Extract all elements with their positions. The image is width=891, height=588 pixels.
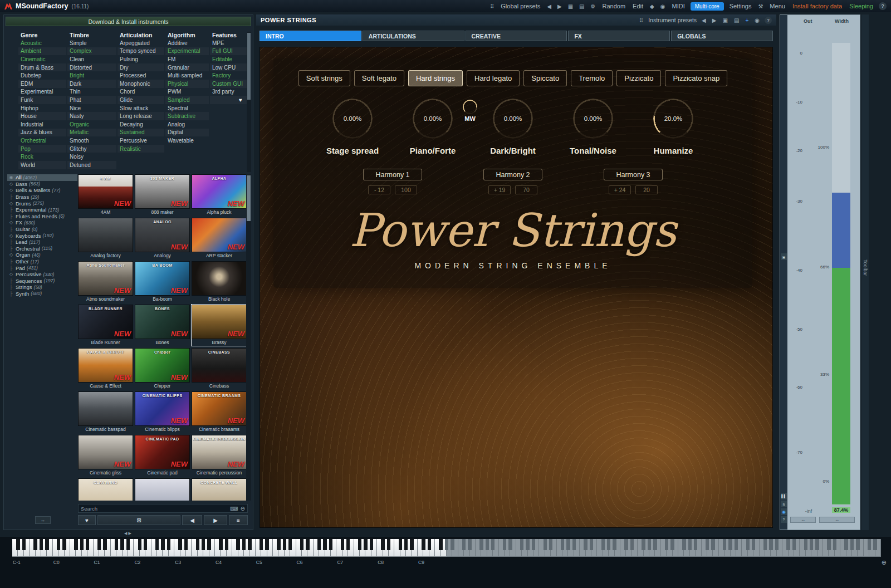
piano-black-key[interactable] (584, 539, 587, 550)
filter-item[interactable]: Chord (118, 88, 164, 96)
instrument-card[interactable]: BONES NEW Bones (135, 305, 190, 346)
piano-black-key[interactable] (184, 539, 188, 550)
prev-preset-icon[interactable]: ◀ (546, 3, 552, 10)
filter-item[interactable]: Dry (118, 63, 164, 72)
articulation-button[interactable]: Pizzicato (616, 70, 661, 86)
filter-item[interactable]: Sampled (165, 96, 209, 104)
menu-button[interactable]: Menu (768, 2, 787, 10)
instrument-card[interactable]: ANALOG NEW Analogy (135, 218, 190, 259)
piano-black-key[interactable] (711, 539, 714, 550)
instrument-thumbnail[interactable]: NEW (78, 435, 133, 469)
filter-item[interactable]: Custom GUI (210, 80, 247, 88)
piano-black-key[interactable] (236, 539, 239, 550)
filter-item[interactable]: Dark (67, 80, 116, 88)
eye-icon[interactable]: ◉ (753, 17, 761, 23)
meter-help-icon[interactable]: ? (781, 516, 787, 523)
next-instrument-preset-icon[interactable]: ▶ (711, 17, 718, 23)
filter-item[interactable]: Percussive (118, 136, 164, 145)
piano-black-key[interactable] (624, 539, 628, 550)
filter-item[interactable]: Factory (210, 71, 247, 80)
filter-item[interactable]: FM (165, 55, 209, 63)
filter-item[interactable]: Cinematic (18, 55, 66, 63)
filter-item[interactable]: Noisy (67, 153, 116, 161)
piano-black-key[interactable] (207, 539, 210, 550)
instrument-card[interactable]: NEW Brassy (192, 305, 247, 346)
piano-black-key[interactable] (682, 539, 686, 550)
filter-item[interactable]: Experimental (165, 47, 209, 56)
filter-item[interactable]: Slow attack (118, 104, 164, 112)
articulation-button[interactable]: Tremolo (571, 70, 613, 86)
filter-item[interactable]: Simple (67, 39, 116, 47)
piano-black-key[interactable] (503, 539, 506, 550)
instrument-tab[interactable]: CREATIVE (466, 31, 567, 41)
wrench-icon[interactable]: ⚒ (757, 3, 764, 10)
piano-black-key[interactable] (74, 539, 77, 550)
instrument-thumbnail[interactable]: NEW (192, 305, 247, 339)
instrument-card[interactable]: CINEBASS Cinebass (192, 348, 247, 389)
keyboard-icon[interactable]: ⌨ (230, 506, 238, 512)
instrument-card[interactable]: 4 AM NEW 4AM (78, 174, 133, 215)
instrument-card[interactable]: CINEMATIC PERCUSSION NEW Cinematic percu… (192, 435, 247, 476)
filter-item[interactable]: Thin (67, 88, 116, 96)
filter-item[interactable]: Decaying (118, 120, 164, 129)
instrument-thumbnail[interactable]: BONES NEW (135, 305, 190, 339)
instrument-card[interactable]: CONCRETE WALL (192, 478, 247, 501)
tree-item[interactable]: Guitar (0) (7, 226, 77, 233)
instrument-thumbnail[interactable]: 808 MAKER NEW (135, 174, 190, 209)
filter-item[interactable]: Long release (118, 112, 164, 120)
piano-black-key[interactable] (601, 539, 605, 550)
instrument-thumbnail[interactable]: Chipper NEW (135, 348, 190, 383)
filter-item[interactable]: MPE (210, 39, 247, 47)
piano-black-key[interactable] (607, 539, 610, 550)
piano-black-key[interactable] (341, 539, 344, 550)
piano-black-key[interactable] (590, 539, 593, 550)
piano-black-key[interactable] (694, 539, 697, 550)
piano-black-key[interactable] (723, 539, 726, 550)
global-presets-grid-icon[interactable]: ⠿ (489, 3, 495, 10)
piano-black-key[interactable] (422, 539, 425, 550)
instrument-tab[interactable]: INTRO (260, 31, 361, 41)
width-meter-bar[interactable] (832, 193, 850, 268)
filter-item[interactable]: Phat (67, 96, 116, 104)
piano-black-key[interactable] (399, 539, 402, 550)
harmony-button[interactable]: Harmony 2 (483, 169, 542, 180)
meter-power-icon[interactable]: ◉ (781, 508, 787, 515)
filter-item[interactable]: Spectral (165, 104, 209, 112)
instrument-thumbnail[interactable]: CINEMATIC PERCUSSION NEW (192, 435, 247, 469)
piano-black-key[interactable] (462, 539, 466, 550)
piano-black-key[interactable] (33, 539, 37, 550)
piano-black-key[interactable] (40, 539, 43, 550)
tree-item[interactable]: Other (17) (7, 258, 77, 265)
piano-black-key[interactable] (486, 539, 489, 550)
piano-black-key[interactable] (260, 539, 263, 550)
tree-item[interactable]: Bass (563) (7, 181, 77, 188)
filter-item[interactable]: Smooth (67, 136, 116, 145)
filter-item[interactable]: Glitchy (67, 145, 116, 153)
filter-item[interactable]: Additive (165, 39, 209, 47)
articulation-button[interactable]: Hard legato (467, 70, 520, 86)
meter-pause-icon[interactable]: ▌▌ (781, 493, 787, 499)
instrument-card[interactable]: CINEMATIC BRAAMS NEW Cinematic braaams (192, 391, 247, 433)
piano-black-key[interactable] (508, 539, 512, 550)
piano-black-key[interactable] (103, 539, 106, 550)
instrument-card[interactable]: CINEMATIC PAD NEW Cinematic pad (135, 435, 190, 476)
articulation-button[interactable]: Pizzicato snap (665, 70, 727, 86)
piano-black-key[interactable] (248, 539, 251, 550)
piano-black-key[interactable] (653, 539, 657, 550)
instrument-thumbnail[interactable] (78, 391, 133, 426)
harmony-level-value[interactable]: 70 (515, 185, 537, 194)
piano-black-key[interactable] (277, 539, 280, 550)
filter-item[interactable]: Monophonic (118, 80, 164, 88)
filter-item[interactable]: House (18, 112, 66, 120)
instrument-thumbnail[interactable]: CINEBASS (192, 348, 247, 383)
favorites-heart-button[interactable]: ♥ (78, 515, 96, 525)
piano-black-key[interactable] (323, 539, 326, 550)
global-presets-button[interactable]: Global presets (499, 2, 542, 10)
filter-item[interactable]: Processed (118, 71, 164, 80)
filter-item[interactable]: Pop (18, 145, 66, 153)
filter-item[interactable]: Organic (67, 120, 116, 129)
multicore-button[interactable]: Multi-core (691, 2, 724, 11)
filter-item[interactable]: Realistic (118, 145, 164, 153)
piano-black-key[interactable] (144, 539, 147, 550)
instrument-tab[interactable]: FX (568, 31, 670, 41)
